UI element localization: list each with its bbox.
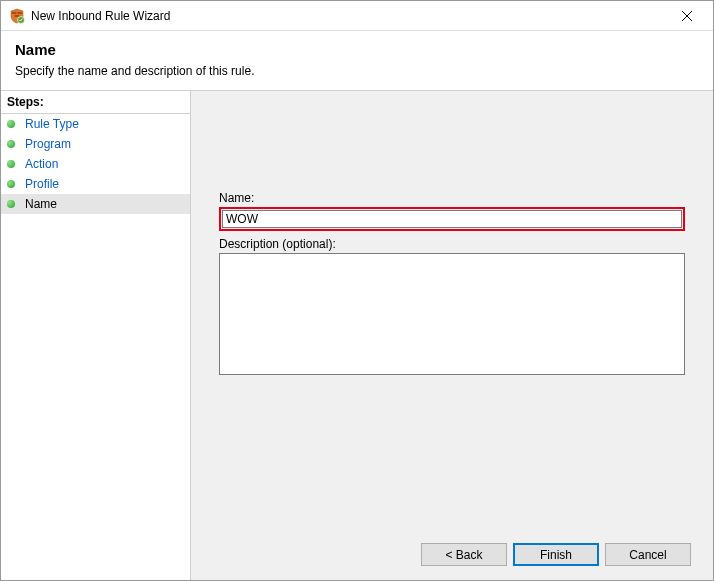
steps-sidebar: Steps: Rule Type Program Action Profile (1, 91, 191, 580)
name-field-group: Name: (219, 191, 685, 231)
cancel-button[interactable]: Cancel (605, 543, 691, 566)
svg-rect-2 (15, 15, 20, 17)
description-field-group: Description (optional): (219, 237, 685, 378)
button-row: < Back Finish Cancel (421, 543, 691, 566)
svg-rect-1 (18, 12, 23, 14)
name-label: Name: (219, 191, 685, 205)
step-label: Program (25, 137, 71, 151)
wizard-body: Steps: Rule Type Program Action Profile (1, 91, 713, 580)
bullet-icon (7, 120, 15, 128)
close-icon (682, 11, 692, 21)
step-action[interactable]: Action (1, 154, 190, 174)
bullet-icon (7, 180, 15, 188)
step-label: Profile (25, 177, 59, 191)
page-title: Name (15, 41, 699, 58)
step-profile[interactable]: Profile (1, 174, 190, 194)
bullet-icon (7, 140, 15, 148)
step-label: Rule Type (25, 117, 79, 131)
step-program[interactable]: Program (1, 134, 190, 154)
svg-rect-0 (12, 12, 17, 14)
name-input[interactable] (222, 210, 682, 228)
back-button[interactable]: < Back (421, 543, 507, 566)
step-label: Name (25, 197, 57, 211)
titlebar: New Inbound Rule Wizard (1, 1, 713, 31)
window-title: New Inbound Rule Wizard (31, 9, 664, 23)
step-name[interactable]: Name (1, 194, 190, 214)
bullet-icon (7, 200, 15, 208)
firewall-icon (9, 8, 25, 24)
page-subtitle: Specify the name and description of this… (15, 64, 699, 78)
description-label: Description (optional): (219, 237, 685, 251)
close-button[interactable] (664, 2, 709, 30)
steps-list: Rule Type Program Action Profile Name (1, 114, 190, 214)
bullet-icon (7, 160, 15, 168)
wizard-window: New Inbound Rule Wizard Name Specify the… (0, 0, 714, 581)
content-area: Name: Description (optional): < Back Fin… (191, 91, 713, 580)
wizard-header: Name Specify the name and description of… (1, 31, 713, 91)
step-label: Action (25, 157, 58, 171)
steps-label: Steps: (1, 91, 190, 114)
step-rule-type[interactable]: Rule Type (1, 114, 190, 134)
finish-button[interactable]: Finish (513, 543, 599, 566)
name-highlight-box (219, 207, 685, 231)
description-input[interactable] (219, 253, 685, 375)
